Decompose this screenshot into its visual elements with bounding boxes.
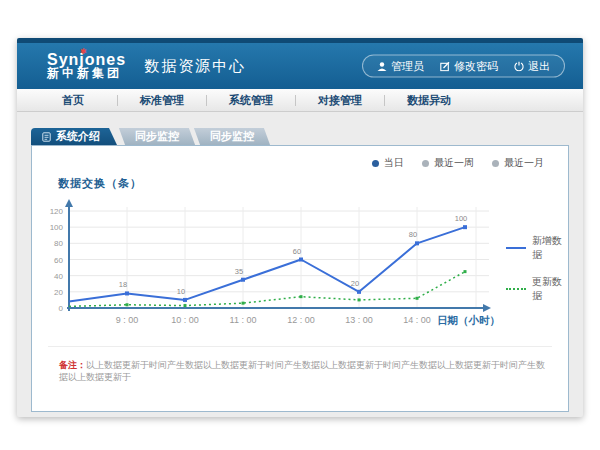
chart-panel: 当日 最近一周 最近一月 数据交换（条） 0204060801001209 : … — [31, 145, 569, 412]
logo-subtitle: 新中新集团 — [47, 67, 126, 80]
nav-item-standard-mgmt[interactable]: 标准管理 — [118, 93, 206, 108]
svg-text:日期（小时）: 日期（小时） — [437, 314, 500, 327]
logout-label: 退出 — [528, 59, 550, 74]
legend-line-solid-icon — [506, 247, 526, 249]
chart-y-axis-title: 数据交换（条） — [58, 176, 142, 191]
svg-text:9 : 00: 9 : 00 — [116, 315, 139, 325]
svg-text:120: 120 — [50, 207, 64, 216]
tab-sync-monitor-2[interactable]: 同步监控 — [194, 128, 270, 145]
legend-item-update-data: 更新数据 — [506, 275, 568, 303]
footnote-text: 以上数据更新于时间产生数据以上数据更新于时间产生数据以上数据更新于时间产生数据以… — [59, 360, 545, 382]
edit-icon — [440, 61, 450, 71]
tab-label: 同步监控 — [135, 129, 179, 144]
svg-text:0: 0 — [59, 304, 64, 313]
current-user-button[interactable]: 管理员 — [377, 59, 424, 74]
app-window: ✱ Synjones 新中新集团 数据资源中心 管理员 修改密码 退出 首页 标… — [17, 38, 583, 417]
radio-icon — [422, 160, 429, 167]
legend-label: 更新数据 — [532, 275, 568, 303]
filter-label: 最近一周 — [434, 156, 474, 170]
tab-sync-monitor-1[interactable]: 同步监控 — [119, 128, 195, 145]
change-password-label: 修改密码 — [454, 59, 498, 74]
svg-text:12 : 00: 12 : 00 — [287, 315, 315, 325]
svg-text:14 : 00: 14 : 00 — [403, 315, 431, 325]
svg-text:10 : 00: 10 : 00 — [171, 315, 199, 325]
filter-last-week[interactable]: 最近一周 — [422, 156, 474, 170]
svg-text:40: 40 — [54, 272, 63, 281]
svg-text:10: 10 — [177, 287, 185, 296]
main-nav: 首页 标准管理 系统管理 对接管理 数据异动 — [17, 89, 583, 112]
filter-today[interactable]: 当日 — [372, 156, 404, 170]
radio-icon — [492, 160, 499, 167]
svg-text:60: 60 — [54, 256, 63, 265]
nav-item-system-mgmt[interactable]: 系统管理 — [207, 93, 295, 108]
nav-item-interface-mgmt[interactable]: 对接管理 — [296, 93, 384, 108]
app-header: ✱ Synjones 新中新集团 数据资源中心 管理员 修改密码 退出 — [17, 43, 583, 89]
document-icon — [42, 132, 51, 142]
tab-label: 同步监控 — [210, 129, 254, 144]
svg-text:18: 18 — [119, 280, 127, 289]
filter-label: 最近一月 — [504, 156, 544, 170]
user-menu: 管理员 修改密码 退出 — [362, 55, 565, 78]
brand-logo: ✱ Synjones 新中新集团 — [47, 52, 126, 80]
tab-bar: 系统介绍 同步监控 同步监控 — [31, 128, 569, 145]
svg-text:35: 35 — [235, 267, 243, 276]
filter-label: 当日 — [384, 156, 404, 170]
svg-text:100: 100 — [50, 223, 64, 232]
logo-star-icon: ✱ — [80, 47, 87, 56]
svg-text:60: 60 — [293, 247, 301, 256]
page-title: 数据资源中心 — [144, 57, 246, 76]
legend-label: 新增数据 — [532, 234, 568, 262]
power-icon — [514, 61, 524, 71]
note-divider — [48, 346, 552, 347]
line-chart: 0204060801001209 : 0010 : 0011 : 0012 : … — [32, 196, 502, 336]
svg-text:100: 100 — [455, 214, 468, 223]
radio-selected-icon — [372, 160, 379, 167]
legend-item-new-data: 新增数据 — [506, 234, 568, 262]
nav-item-home[interactable]: 首页 — [29, 93, 117, 108]
filter-last-month[interactable]: 最近一月 — [492, 156, 544, 170]
svg-text:80: 80 — [409, 230, 417, 239]
tab-label: 系统介绍 — [56, 129, 100, 144]
footnote-prefix: 备注： — [59, 360, 86, 370]
user-label: 管理员 — [391, 59, 424, 74]
nav-item-data-change[interactable]: 数据异动 — [385, 93, 473, 108]
tab-system-intro[interactable]: 系统介绍 — [31, 128, 117, 145]
svg-text:80: 80 — [54, 239, 63, 248]
logout-button[interactable]: 退出 — [514, 59, 550, 74]
chart-legend: 新增数据 更新数据 — [506, 234, 568, 303]
legend-line-dotted-icon — [506, 288, 526, 290]
footnote: 备注：以上数据更新于时间产生数据以上数据更新于时间产生数据以上数据更新于时间产生… — [59, 359, 548, 383]
svg-text:20: 20 — [351, 279, 359, 288]
user-icon — [377, 61, 387, 71]
svg-text:11 : 00: 11 : 00 — [230, 315, 257, 325]
change-password-button[interactable]: 修改密码 — [440, 59, 498, 74]
svg-text:13 : 00: 13 : 00 — [345, 315, 373, 325]
range-filter-group: 当日 最近一周 最近一月 — [372, 156, 544, 170]
svg-text:20: 20 — [54, 288, 63, 297]
